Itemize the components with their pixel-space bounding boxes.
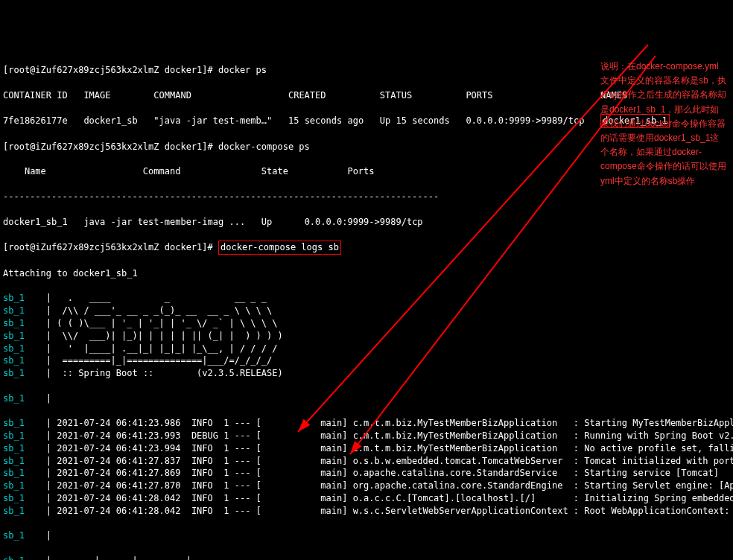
command-highlight-logs-sb: docker-compose logs sb <box>218 241 341 255</box>
log-prefix: sb_1 <box>3 393 25 404</box>
log-prefix: sb_1 <box>3 530 25 541</box>
log-row: sb_1 | 2021-07-24 06:41:28.042 INFO 1 --… <box>3 505 730 518</box>
mybatis-banner-line: sb_1 | _ _ |_ _ _|_. ___ _ | _ <box>3 555 730 560</box>
log-row: sb_1 | 2021-07-24 06:41:23.994 INFO 1 --… <box>3 442 730 455</box>
spring-banner-line: sb_1 | ' |____| .__|_| |_|_| |_\__, | / … <box>3 343 730 355</box>
spring-banner-line: sb_1 | /\\ / ___'_ __ _ _(_)_ __ __ _ \ … <box>3 305 730 317</box>
shell-prompt: [root@iZuf627x89zcj563kx2xlmZ docker1]# <box>3 65 213 75</box>
log-row: sb_1 | 2021-07-24 06:41:28.042 INFO 1 --… <box>3 492 730 505</box>
spring-banner-line: sb_1 | . ____ _ __ _ _ <box>3 292 730 305</box>
log-row: sb_1 | 2021-07-24 06:41:23.986 INFO 1 --… <box>3 417 730 430</box>
shell-prompt: [root@iZuf627x89zcj563kx2xlmZ docker1]# <box>3 141 213 152</box>
log-row: sb_1 | 2021-07-24 06:41:27.870 INFO 1 --… <box>3 480 730 492</box>
spring-banner-line: sb_1 | =========|_|==============|___/=/… <box>3 354 730 367</box>
compose-ps-row: docker1_sb_1 java -jar test-member-imag … <box>3 216 730 229</box>
compose-ps-sep: ----------------------------------------… <box>3 191 730 203</box>
command-text: docker ps <box>218 65 267 75</box>
command-text: docker-compose ps <box>218 141 310 152</box>
attach-msg: Attaching to docker1_sb_1 <box>3 267 730 280</box>
annotation-text: 说明：在docker-compose.yml文件中定义的容器名称是sb，执行up… <box>600 60 727 188</box>
shell-prompt: [root@iZuf627x89zcj563kx2xlmZ docker1]# <box>3 242 213 252</box>
log-row: sb_1 | 2021-07-24 06:41:27.869 INFO 1 --… <box>3 467 730 480</box>
spring-banner-line: sb_1 | \\/ ___)| |_)| | | | | || (_| | )… <box>3 330 730 343</box>
spring-banner-line: sb_1 | :: Spring Boot :: (v2.3.5.RELEASE… <box>3 367 730 380</box>
log-row: sb_1 | 2021-07-24 06:41:23.993 DEBUG 1 -… <box>3 430 730 442</box>
log-row: sb_1 | 2021-07-24 06:41:27.837 INFO 1 --… <box>3 455 730 468</box>
spring-banner-line: sb_1 | ( ( )\___ | '_ | '_| | '_ \/ _` |… <box>3 317 730 330</box>
